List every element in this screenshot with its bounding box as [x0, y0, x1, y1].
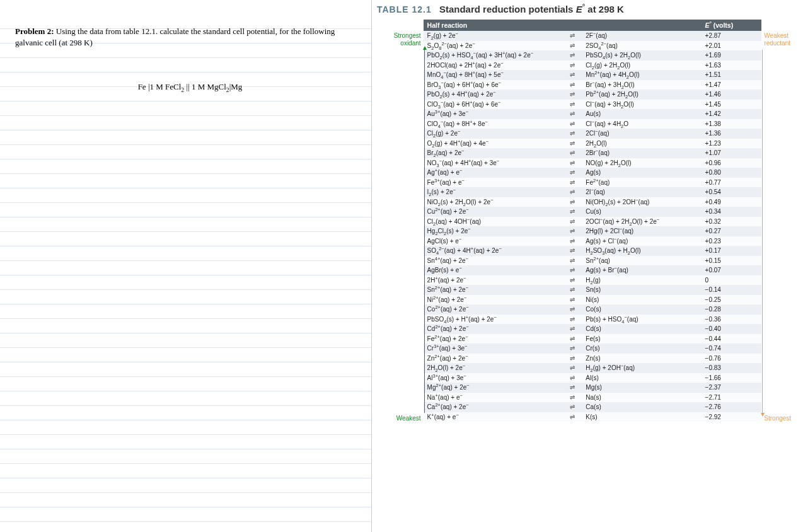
table-row: Hg2Cl2(s) + 2e−⇌2Hg(l) + 2Cl−(aq)+0.27 [424, 226, 762, 236]
table-panel: TABLE 12.1 Standard reduction potentials… [372, 0, 803, 532]
table-row: MnO4−(aq) + 8H+(aq) + 5e−⇌Mn2+(aq) + 4H2… [424, 70, 762, 80]
potential-value: +0.96 [702, 158, 762, 168]
table-wrap: Strongest oxidant Weakest Half reaction … [377, 20, 798, 422]
potential-value: −2.71 [702, 393, 762, 403]
potential-value: +1.07 [702, 148, 762, 158]
table-row: NO3−(aq) + 4H+(aq) + 3e−⇌NO(g) + 2H2O(l)… [424, 158, 762, 168]
half-reaction-right: Mg(s) [582, 383, 701, 393]
potential-value: +2.87 [702, 31, 762, 41]
equilibrium-arrow-icon: ⇌ [562, 275, 582, 286]
table-caption: Standard reduction potentials E° at 298 … [439, 4, 624, 14]
half-reaction-right: Cl−(aq) + 3H2O(l) [582, 100, 701, 110]
equilibrium-arrow-icon: ⇌ [562, 197, 582, 207]
table-row: Co2+(aq) + 2e−⇌Co(s)−0.28 [424, 304, 762, 315]
table-row: Br2(aq) + 2e−⇌2Br−(aq)+1.07 [424, 148, 762, 158]
potential-value: −0.36 [702, 315, 762, 325]
half-reaction-left: PbO2(s) + 4H+(aq) + 2e− [424, 90, 563, 100]
table-row: Ca2+(aq) + 2e−⇌Ca(s)−2.76 [424, 402, 762, 412]
equilibrium-arrow-icon: ⇌ [562, 373, 582, 383]
equilibrium-arrow-icon: ⇌ [562, 178, 582, 188]
half-reaction-left: ClO4−(aq) + 8H++ 8e− [424, 119, 563, 129]
table-row: ClO3−(aq) + 6H+(aq) + 6e−⇌Cl−(aq) + 3H2O… [424, 100, 762, 110]
half-reaction-right: K(s) [582, 412, 701, 422]
potential-value: +0.32 [702, 217, 762, 227]
half-reaction-left: Co2+(aq) + 2e− [424, 304, 563, 315]
table-row: Cl2(g) + 2e−⇌2Cl−(aq)+1.36 [424, 129, 762, 139]
half-reaction-right: H2SO3(aq) + H2O(l) [582, 246, 701, 256]
table-row: Sn4+(aq) + 2e−⇌Sn2+(aq)+0.15 [424, 256, 762, 266]
table-row: 2H2O(l) + 2e−⇌H2(g) + 2OH−(aq)−0.83 [424, 363, 762, 373]
equilibrium-arrow-icon: ⇌ [562, 265, 582, 275]
half-reaction-right: Ni(OH)2(s) + 2OH−(aq) [582, 197, 701, 207]
potential-value: +0.34 [702, 207, 762, 217]
half-reaction-left: Ca2+(aq) + 2e− [424, 402, 563, 412]
potential-value: +1.23 [702, 139, 762, 149]
half-reaction-right: Fe(s) [582, 334, 701, 344]
equilibrium-arrow-icon: ⇌ [562, 90, 582, 100]
potential-value: +0.23 [702, 236, 762, 246]
table-row: Fe2+(aq) + 2e−⇌Fe(s)−0.44 [424, 334, 762, 344]
equilibrium-arrow-icon: ⇌ [562, 285, 582, 295]
potential-value: +1.38 [702, 119, 762, 129]
half-reaction-left: MnO4−(aq) + 8H+(aq) + 5e− [424, 70, 563, 80]
equilibrium-arrow-icon: ⇌ [562, 344, 582, 354]
half-reaction-left: Cl2(aq) + 4OH−(aq) [424, 217, 563, 227]
half-reaction-right: Cl−(aq) + 4H2O [582, 119, 701, 129]
table-row: AgBr(s) + e−⇌Ag(s) + Br−(aq)+0.07 [424, 265, 762, 275]
half-reaction-right: H2(g) [582, 275, 701, 286]
potential-value: +1.42 [702, 109, 762, 119]
equilibrium-arrow-icon: ⇌ [562, 70, 582, 80]
half-reaction-right: Mn2+(aq) + 4H2O(l) [582, 70, 701, 80]
equilibrium-arrow-icon: ⇌ [562, 61, 582, 71]
potential-value: −0.44 [702, 334, 762, 344]
half-reaction-right: 2I−(aq) [582, 187, 701, 197]
half-reaction-right: Na(s) [582, 393, 701, 403]
equilibrium-arrow-icon: ⇌ [562, 217, 582, 227]
half-reaction-right: Pb(s) + HSO4−(aq) [582, 315, 701, 325]
half-reaction-left: Cr3+(aq) + 3e− [424, 344, 563, 354]
half-reaction-left: Cd2+(aq) + 2e− [424, 324, 563, 334]
equilibrium-arrow-icon: ⇌ [562, 363, 582, 373]
half-reaction-right: Cd(s) [582, 324, 701, 334]
weakest-reductant-label: Weakest reductant [764, 32, 798, 47]
half-reaction-left: Ni2+(aq) + 2e− [424, 295, 563, 305]
half-reaction-right: 2SO42−(aq) [582, 41, 701, 51]
equilibrium-arrow-icon: ⇌ [562, 324, 582, 334]
equilibrium-arrow-icon: ⇌ [562, 50, 582, 61]
equilibrium-arrow-icon: ⇌ [562, 354, 582, 364]
potential-value: +2.01 [702, 41, 762, 51]
table-row: Zn2+(aq) + 2e−⇌Zn(s)−0.76 [424, 354, 762, 364]
table-row: Cr3+(aq) + 3e−⇌Cr(s)−0.74 [424, 344, 762, 354]
half-reaction-right: PbSO4(s) + 2H2O(l) [582, 50, 701, 61]
equilibrium-arrow-icon: ⇌ [562, 412, 582, 422]
problem-label: Problem 2: [15, 26, 54, 36]
half-reaction-right: Fe2+(aq) [582, 178, 701, 188]
half-reaction-right: 2Hg(l) + 2Cl−(aq) [582, 226, 701, 236]
page: Problem 2: Using the data from table 12.… [0, 0, 803, 532]
table-row: S2O82−(aq) + 2e−⇌2SO42−(aq)+2.01 [424, 41, 762, 51]
half-reaction-right: Ni(s) [582, 295, 701, 305]
half-reaction-right: Zn(s) [582, 354, 701, 364]
table-row: F2(g) + 2e−⇌2F−(aq)+2.87 [424, 31, 762, 41]
potential-value: +0.15 [702, 256, 762, 266]
half-reaction-left: F2(g) + 2e− [424, 31, 563, 41]
half-reaction-right: Pb2+(aq) + 2H2O(l) [582, 90, 701, 100]
potential-value: +0.49 [702, 197, 762, 207]
table-number: TABLE 12.1 [377, 4, 432, 14]
equilibrium-arrow-icon: ⇌ [562, 334, 582, 344]
problem-text: Problem 2: Using the data from table 12.… [15, 26, 355, 48]
potential-value: +1.51 [702, 70, 762, 80]
potential-value: +0.17 [702, 246, 762, 256]
half-reaction-left: Fe2+(aq) + 2e− [424, 334, 563, 344]
half-reaction-right: NO(g) + 2H2O(l) [582, 158, 701, 168]
half-reaction-left: BrO3−(aq) + 6H+(aq) + 6e− [424, 80, 563, 90]
half-reaction-right: 2Br−(aq) [582, 148, 701, 158]
half-reaction-left: ClO3−(aq) + 6H+(aq) + 6e− [424, 100, 563, 110]
equilibrium-arrow-icon: ⇌ [562, 295, 582, 305]
half-reaction-left: AgBr(s) + e− [424, 265, 563, 275]
half-reaction-right: Au(s) [582, 109, 701, 119]
potential-value: +1.45 [702, 100, 762, 110]
half-reaction-left: Fe3+(aq) + e− [424, 178, 563, 188]
potential-value: +0.80 [702, 168, 762, 178]
potential-value: +0.54 [702, 187, 762, 197]
